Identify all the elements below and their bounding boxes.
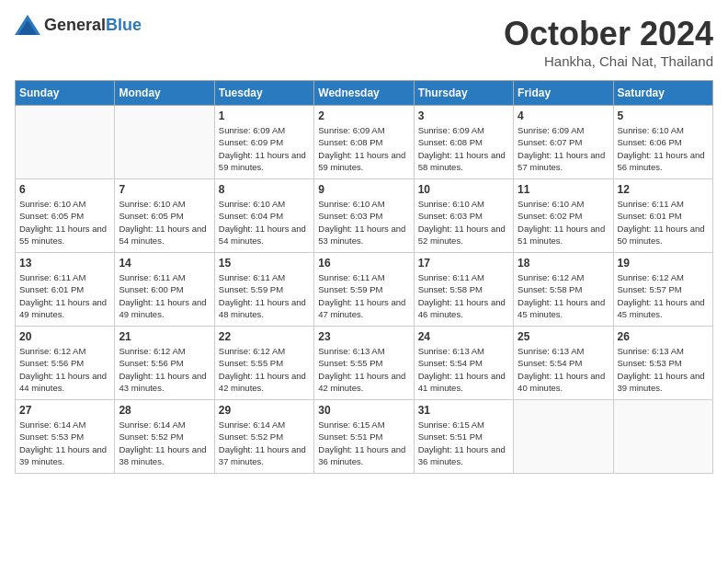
logo-blue: Blue: [106, 16, 142, 34]
calendar-cell: 20 Sunrise: 6:12 AM Sunset: 5:56 PM Dayl…: [16, 327, 115, 400]
day-number: 1: [219, 109, 310, 122]
calendar-cell: 11 Sunrise: 6:10 AM Sunset: 6:02 PM Dayl…: [514, 179, 613, 253]
calendar-cell: [514, 400, 613, 474]
cell-info: Sunrise: 6:14 AM Sunset: 5:53 PM Dayligh…: [19, 419, 110, 467]
calendar-cell: [115, 106, 214, 179]
day-number: 2: [318, 109, 409, 122]
day-number: 13: [19, 257, 110, 270]
weekday-header-monday: Monday: [115, 81, 214, 106]
day-number: 12: [618, 183, 709, 196]
day-number: 4: [518, 109, 609, 122]
day-number: 23: [318, 330, 409, 343]
day-number: 11: [518, 183, 609, 196]
cell-info: Sunrise: 6:11 AM Sunset: 6:01 PM Dayligh…: [618, 198, 709, 247]
day-number: 22: [219, 330, 310, 343]
calendar-cell: 2 Sunrise: 6:09 AM Sunset: 6:08 PM Dayli…: [314, 106, 414, 179]
day-number: 28: [119, 404, 210, 417]
cell-info: Sunrise: 6:12 AM Sunset: 5:56 PM Dayligh…: [119, 345, 210, 394]
calendar-cell: 8 Sunrise: 6:10 AM Sunset: 6:04 PM Dayli…: [214, 179, 313, 253]
weekday-header-tuesday: Tuesday: [214, 81, 313, 106]
cell-info: Sunrise: 6:10 AM Sunset: 6:06 PM Dayligh…: [618, 124, 709, 173]
calendar-cell: 31 Sunrise: 6:15 AM Sunset: 5:51 PM Dayl…: [414, 400, 513, 474]
day-number: 30: [318, 404, 409, 417]
cell-info: Sunrise: 6:11 AM Sunset: 6:01 PM Dayligh…: [19, 271, 110, 320]
cell-info: Sunrise: 6:13 AM Sunset: 5:55 PM Dayligh…: [318, 345, 409, 394]
day-number: 29: [219, 404, 310, 417]
cell-info: Sunrise: 6:11 AM Sunset: 5:58 PM Dayligh…: [418, 271, 509, 320]
cell-info: Sunrise: 6:10 AM Sunset: 6:05 PM Dayligh…: [119, 198, 210, 247]
cell-info: Sunrise: 6:11 AM Sunset: 6:00 PM Dayligh…: [119, 271, 210, 320]
location: Hankha, Chai Nat, Thailand: [504, 53, 713, 69]
calendar-cell: 5 Sunrise: 6:10 AM Sunset: 6:06 PM Dayli…: [613, 106, 712, 179]
calendar-cell: 22 Sunrise: 6:12 AM Sunset: 5:55 PM Dayl…: [214, 327, 313, 400]
calendar-cell: 16 Sunrise: 6:11 AM Sunset: 5:59 PM Dayl…: [314, 253, 414, 327]
week-row-0: 1 Sunrise: 6:09 AM Sunset: 6:09 PM Dayli…: [16, 106, 713, 179]
day-number: 21: [119, 330, 210, 343]
day-number: 27: [19, 404, 110, 417]
weekday-header-wednesday: Wednesday: [314, 81, 414, 106]
calendar-cell: 12 Sunrise: 6:11 AM Sunset: 6:01 PM Dayl…: [613, 179, 712, 253]
day-number: 17: [418, 257, 509, 270]
cell-info: Sunrise: 6:12 AM Sunset: 5:56 PM Dayligh…: [19, 345, 110, 394]
calendar-cell: 18 Sunrise: 6:12 AM Sunset: 5:58 PM Dayl…: [514, 253, 613, 327]
calendar-cell: 21 Sunrise: 6:12 AM Sunset: 5:56 PM Dayl…: [115, 327, 214, 400]
cell-info: Sunrise: 6:12 AM Sunset: 5:55 PM Dayligh…: [219, 345, 310, 394]
cell-info: Sunrise: 6:14 AM Sunset: 5:52 PM Dayligh…: [119, 419, 210, 467]
logo-icon: [15, 15, 40, 35]
calendar-cell: 4 Sunrise: 6:09 AM Sunset: 6:07 PM Dayli…: [514, 106, 613, 179]
calendar-cell: 13 Sunrise: 6:11 AM Sunset: 6:01 PM Dayl…: [16, 253, 115, 327]
calendar-cell: 15 Sunrise: 6:11 AM Sunset: 5:59 PM Dayl…: [214, 253, 313, 327]
calendar-cell: 1 Sunrise: 6:09 AM Sunset: 6:09 PM Dayli…: [214, 106, 313, 179]
day-number: 25: [518, 330, 609, 343]
logo: GeneralBlue: [15, 15, 142, 35]
calendar-cell: 26 Sunrise: 6:13 AM Sunset: 5:53 PM Dayl…: [613, 327, 712, 400]
calendar-cell: 17 Sunrise: 6:11 AM Sunset: 5:58 PM Dayl…: [414, 253, 513, 327]
weekday-header-sunday: Sunday: [16, 81, 115, 106]
week-row-3: 20 Sunrise: 6:12 AM Sunset: 5:56 PM Dayl…: [16, 327, 713, 400]
calendar-cell: 24 Sunrise: 6:13 AM Sunset: 5:54 PM Dayl…: [414, 327, 513, 400]
day-number: 26: [618, 330, 709, 343]
day-number: 3: [418, 109, 509, 122]
cell-info: Sunrise: 6:09 AM Sunset: 6:07 PM Dayligh…: [518, 124, 609, 173]
cell-info: Sunrise: 6:10 AM Sunset: 6:04 PM Dayligh…: [219, 198, 310, 247]
cell-info: Sunrise: 6:14 AM Sunset: 5:52 PM Dayligh…: [219, 419, 310, 467]
day-number: 19: [618, 257, 709, 270]
logo-general: General: [44, 16, 106, 34]
week-row-4: 27 Sunrise: 6:14 AM Sunset: 5:53 PM Dayl…: [16, 400, 713, 474]
calendar-cell: 19 Sunrise: 6:12 AM Sunset: 5:57 PM Dayl…: [613, 253, 712, 327]
cell-info: Sunrise: 6:09 AM Sunset: 6:09 PM Dayligh…: [219, 124, 310, 173]
day-number: 15: [219, 257, 310, 270]
calendar-cell: 10 Sunrise: 6:10 AM Sunset: 6:03 PM Dayl…: [414, 179, 513, 253]
cell-info: Sunrise: 6:13 AM Sunset: 5:54 PM Dayligh…: [518, 345, 609, 394]
calendar-cell: 28 Sunrise: 6:14 AM Sunset: 5:52 PM Dayl…: [115, 400, 214, 474]
weekday-header-thursday: Thursday: [414, 81, 513, 106]
day-number: 14: [119, 257, 210, 270]
calendar-cell: 27 Sunrise: 6:14 AM Sunset: 5:53 PM Dayl…: [16, 400, 115, 474]
week-row-1: 6 Sunrise: 6:10 AM Sunset: 6:05 PM Dayli…: [16, 179, 713, 253]
cell-info: Sunrise: 6:10 AM Sunset: 6:02 PM Dayligh…: [518, 198, 609, 247]
day-number: 5: [618, 109, 709, 122]
calendar-cell: [16, 106, 115, 179]
day-number: 8: [219, 183, 310, 196]
cell-info: Sunrise: 6:09 AM Sunset: 6:08 PM Dayligh…: [418, 124, 509, 173]
weekday-header-friday: Friday: [514, 81, 613, 106]
day-number: 20: [19, 330, 110, 343]
month-title: October 2024: [504, 15, 713, 53]
calendar-cell: 29 Sunrise: 6:14 AM Sunset: 5:52 PM Dayl…: [214, 400, 313, 474]
page-header: GeneralBlue October 2024 Hankha, Chai Na…: [15, 15, 713, 69]
day-number: 10: [418, 183, 509, 196]
calendar-cell: 7 Sunrise: 6:10 AM Sunset: 6:05 PM Dayli…: [115, 179, 214, 253]
cell-info: Sunrise: 6:11 AM Sunset: 5:59 PM Dayligh…: [219, 271, 310, 320]
week-row-2: 13 Sunrise: 6:11 AM Sunset: 6:01 PM Dayl…: [16, 253, 713, 327]
cell-info: Sunrise: 6:15 AM Sunset: 5:51 PM Dayligh…: [318, 419, 409, 467]
logo-text: GeneralBlue: [44, 16, 142, 35]
cell-info: Sunrise: 6:10 AM Sunset: 6:03 PM Dayligh…: [418, 198, 509, 247]
calendar-cell: [613, 400, 712, 474]
cell-info: Sunrise: 6:11 AM Sunset: 5:59 PM Dayligh…: [318, 271, 409, 320]
cell-info: Sunrise: 6:13 AM Sunset: 5:53 PM Dayligh…: [618, 345, 709, 394]
cell-info: Sunrise: 6:12 AM Sunset: 5:58 PM Dayligh…: [518, 271, 609, 320]
calendar-cell: 23 Sunrise: 6:13 AM Sunset: 5:55 PM Dayl…: [314, 327, 414, 400]
cell-info: Sunrise: 6:12 AM Sunset: 5:57 PM Dayligh…: [618, 271, 709, 320]
title-block: October 2024 Hankha, Chai Nat, Thailand: [504, 15, 713, 69]
calendar-cell: 25 Sunrise: 6:13 AM Sunset: 5:54 PM Dayl…: [514, 327, 613, 400]
